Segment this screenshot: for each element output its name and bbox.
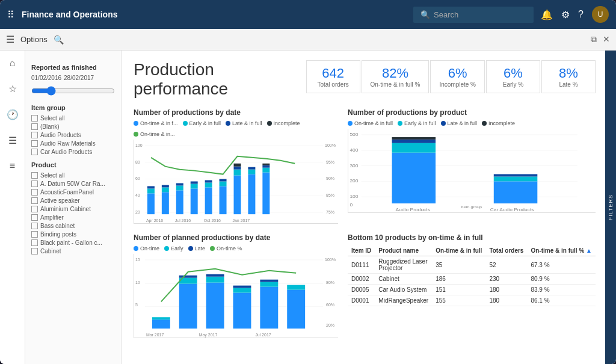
checkbox-audio-products[interactable] [31, 132, 38, 138]
svg-rect-18 [162, 192, 169, 214]
svg-rect-93 [287, 290, 305, 329]
checkbox-car-audio[interactable] [31, 149, 38, 155]
kpi-value-1: 82% [371, 66, 420, 81]
product-black-paint[interactable]: Black paint - Gallon c... [31, 239, 115, 246]
svg-rect-27 [205, 187, 212, 214]
kpi-total-orders: 642 Total orders [306, 60, 360, 93]
second-nav: ☰ Options 🔍 ⧉ ✕ [0, 29, 616, 51]
bell-icon[interactable]: 🔔 [541, 9, 553, 20]
svg-rect-34 [234, 170, 241, 176]
col-pct: On-time & in full % ▲ [527, 245, 596, 256]
cb-p-bass[interactable] [31, 223, 38, 229]
col-ontime: On-time & in full [432, 245, 485, 256]
svg-text:80%: 80% [326, 280, 334, 285]
svg-text:500: 500 [350, 132, 358, 137]
item-group-car-audio[interactable]: Car Audio Products [31, 149, 115, 155]
svg-rect-37 [248, 174, 255, 215]
checkbox-blank[interactable] [31, 123, 38, 130]
svg-rect-36 [234, 164, 241, 167]
product-speaker[interactable]: Active speaker [31, 197, 115, 204]
item-group-audio-raw[interactable]: Audio Raw Materials [31, 140, 115, 147]
item-group-audio-products[interactable]: Audio Products [31, 132, 115, 138]
kpi-early: 6% Early % [486, 60, 540, 93]
bottom10-table: Item ID Product name On-time & in full T… [348, 245, 596, 306]
svg-text:60: 60 [135, 177, 140, 181]
table-row: D0001 MidRangeSpeaker 155 180 86.1 % [348, 295, 596, 306]
col-item-id: Item ID [348, 245, 375, 256]
cb-p-amplifier[interactable] [31, 214, 38, 221]
filters-right-sidebar[interactable]: FILTERS [605, 51, 616, 364]
search-box[interactable]: 🔍 Search [413, 7, 534, 23]
svg-text:100%: 100% [325, 143, 336, 147]
avatar[interactable]: U [592, 6, 609, 23]
cb-p-foam[interactable] [31, 189, 38, 196]
svg-rect-24 [191, 188, 198, 214]
product-binding[interactable]: Binding posts [31, 231, 115, 238]
svg-rect-86 [206, 274, 224, 277]
svg-rect-21 [176, 190, 183, 214]
svg-text:100: 100 [135, 143, 143, 147]
cb-p-speaker[interactable] [31, 197, 38, 204]
svg-rect-33 [234, 176, 241, 215]
svg-rect-16 [147, 188, 155, 193]
restore-icon[interactable]: ⧉ [591, 34, 597, 45]
svg-rect-31 [220, 182, 227, 187]
date-slider[interactable] [31, 86, 115, 96]
svg-text:20: 20 [135, 210, 140, 214]
svg-rect-65 [494, 174, 538, 176]
kpi-value-3: 6% [495, 66, 531, 81]
cb-p-binding[interactable] [31, 231, 38, 238]
chart1-box: 100 80 60 40 20 100% 95% 90% 85% 75% [134, 140, 338, 224]
product-amplifier[interactable]: Amplifier [31, 214, 115, 221]
svg-text:Audio Products: Audio Products [396, 208, 430, 212]
cb-p-black[interactable] [31, 239, 38, 246]
home-icon[interactable]: ⌂ [7, 55, 18, 71]
cb-p-cabinet[interactable] [31, 248, 38, 254]
star-icon[interactable]: ☆ [6, 81, 19, 97]
product-select-all[interactable]: Select all [31, 172, 115, 179]
hamburger-icon[interactable]: ☰ [6, 34, 14, 45]
menu-icon[interactable]: ≡ [7, 158, 17, 174]
help-icon[interactable]: ? [578, 9, 584, 20]
svg-rect-20 [162, 185, 169, 187]
product-foam[interactable]: AcousticFoamPanel [31, 189, 115, 196]
sort-icon[interactable]: ▲ [586, 247, 592, 254]
kpi-label-3: Early % [495, 81, 531, 88]
item-group-blank[interactable]: (Blank) [31, 123, 115, 130]
chart-bottom10: Bottom 10 products by on-time & in full … [348, 233, 596, 338]
clock-icon[interactable]: 🕐 [4, 106, 21, 123]
checkbox-audio-raw[interactable] [31, 140, 38, 147]
svg-rect-42 [262, 165, 270, 168]
close-icon[interactable]: ✕ [603, 34, 610, 45]
list-icon[interactable]: ☰ [6, 132, 19, 149]
checkbox-select-all-item[interactable] [31, 115, 38, 122]
svg-rect-32 [220, 179, 227, 182]
chart1-legend: On-time & in f... Early & in full Late &… [134, 120, 338, 137]
svg-rect-84 [206, 283, 224, 329]
svg-text:75%: 75% [326, 210, 334, 214]
svg-rect-90 [260, 287, 278, 329]
svg-text:300: 300 [350, 163, 358, 168]
item-group-select-all[interactable]: Select all [31, 115, 115, 122]
cb-p-aluminium[interactable] [31, 206, 38, 212]
nav-search-icon[interactable]: 🔍 [54, 35, 64, 45]
svg-text:400: 400 [350, 147, 358, 152]
kpi-label-1: On-time & in full % [371, 81, 420, 88]
date-from: 01/02/2016 [31, 75, 61, 81]
cb-p-datum[interactable] [31, 180, 38, 187]
cb-p-all[interactable] [31, 172, 38, 179]
kpi-label-4: Late % [550, 81, 587, 88]
options-label: Options [20, 35, 48, 44]
kpi-incomplete: 6% Incomplete % [430, 60, 485, 93]
svg-text:Apr 2016: Apr 2016 [146, 218, 163, 223]
gear-icon[interactable]: ⚙ [561, 9, 570, 20]
svg-text:85%: 85% [326, 193, 334, 197]
svg-rect-39 [248, 167, 255, 170]
grid-icon[interactable]: ⠿ [7, 9, 14, 20]
product-cabinet[interactable]: Cabinet [31, 248, 115, 254]
svg-text:Jul 2016: Jul 2016 [175, 218, 191, 223]
dashboard: Production performance 642 Total orders … [122, 51, 605, 364]
product-datum[interactable]: A. Datum 50W Car Ra... [31, 180, 115, 187]
product-bass[interactable]: Bass cabinet [31, 223, 115, 229]
product-aluminium[interactable]: Aluminium Cabinet [31, 206, 115, 212]
